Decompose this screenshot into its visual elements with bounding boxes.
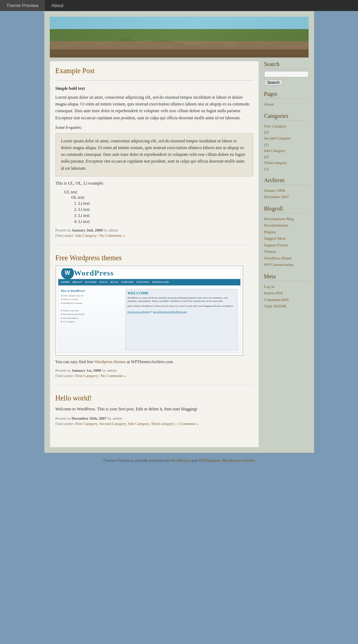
sidebar-cat-4: Third category(1) — [264, 159, 309, 172]
sidebar-archive-1[interactable]: January 2008 — [264, 187, 309, 194]
post-title-example: Example Post — [55, 67, 253, 75]
hw-cat1[interactable]: First Category — [75, 421, 98, 426]
sidebar-cat-count-2: (1) — [264, 142, 269, 147]
filed-under-example: Filed under: Sub Category | No Comments … — [55, 233, 253, 238]
hw-cat4[interactable]: Third category — [151, 421, 174, 426]
wp-content-area: How to WordPress? ▸ Why should I use it?… — [58, 286, 240, 353]
sidebar-cat-link-3[interactable]: Sub Category — [264, 147, 309, 154]
main-content: Example Post Simple bold text Lorem ipsu… — [50, 61, 259, 447]
post-title-link-wp[interactable]: Free Wordpress themes — [55, 254, 122, 262]
post-date-hw: December 26th, 2007 — [71, 416, 106, 420]
post-comments-link-wp[interactable]: No Comments » — [101, 373, 126, 378]
sidebar-blogroll-themes[interactable]: Themes — [264, 248, 309, 255]
sidebar-blogroll-title: Blogroll — [264, 206, 309, 213]
wp-nav-download: DOWNLOAD — [152, 280, 169, 284]
sidebar-cat-2: Second Category(1) — [264, 135, 309, 147]
footer: Theme Preview is proudly powered by Word… — [0, 453, 358, 468]
sidebar-blogroll-plugins[interactable]: Plugins — [264, 229, 309, 235]
wp-nav-extend: EXTEND — [85, 280, 96, 284]
wp-nav-hosting: HOSTING — [137, 280, 149, 284]
post-date-example: January 2nd, 2008 — [71, 228, 102, 232]
post-date-wp: January 1st, 2008 — [71, 368, 101, 372]
wp-body-text: WordPress is a state-of-the-art semantic… — [127, 296, 236, 304]
wp-left-col: How to WordPress? ▸ Why should I use it?… — [61, 289, 123, 350]
list-example-label: This is UL, OL, Li example: — [55, 181, 253, 186]
post-comments-link[interactable]: No Comments » — [100, 233, 125, 238]
post-title-link-hw[interactable]: Hello world! — [55, 394, 92, 402]
footer-and: and — [191, 458, 197, 463]
li-item-4: Li text — [79, 219, 253, 224]
wp-logo-circle: W — [61, 268, 74, 280]
sidebar-meta-valid[interactable]: Valid XHTML — [264, 303, 309, 310]
sidebar-blogroll-docs[interactable]: Documentation — [264, 222, 309, 229]
post-meta-wp: Posted on January 1st, 2008 by admin — [55, 368, 253, 372]
sidebar-search-title: Search — [264, 61, 309, 69]
post-category-link[interactable]: Sub Category — [75, 233, 97, 238]
search-button[interactable]: Search — [264, 79, 283, 86]
wp-free-link: get a free blog on WordPress.com — [153, 310, 187, 313]
main-wrapper: Example Post Simple bold text Lorem ipsu… — [44, 11, 314, 453]
ul-text: UL text — [64, 190, 78, 195]
post-category-link-wp[interactable]: First Category — [75, 373, 98, 378]
sidebar-blogroll-wpplanet[interactable]: WordPress Planet — [264, 255, 309, 262]
wp-nav-forums: FORUMS — [121, 280, 134, 284]
wp-nav-about: ABOUT — [73, 280, 82, 284]
sidebar-meta-title: Meta — [264, 273, 309, 281]
sidebar-categories-title: Categories — [264, 113, 309, 121]
post-title-wp: Free Wordpress themes — [55, 254, 253, 262]
post-bold-text: Simple bold text — [55, 86, 253, 91]
wp-nav-home: HOME — [61, 280, 70, 284]
post-meta-example: Posted on January 2nd, 2008 by admin — [55, 228, 253, 232]
by-label-wp: by admin — [102, 368, 117, 372]
posted-on-label: Posted on — [55, 228, 71, 232]
sidebar-pages-title: Pages — [264, 91, 309, 99]
wp-or-text: or — [150, 310, 153, 313]
post-body-example: Lorem ipsum dolor sit amet, consectetur … — [55, 94, 253, 121]
post-text-before: You can easy find free — [55, 359, 93, 364]
sidebar-blogroll-wpdesign[interactable]: WP Customization — [264, 261, 309, 268]
wp-right-col: WELCOME WordPress is a state-of-the-art … — [125, 289, 237, 350]
nav-about[interactable]: About — [45, 0, 70, 11]
footer-wp-link[interactable]: WordPress — [170, 458, 189, 463]
hw-cat3[interactable]: Sub Category — [128, 421, 149, 426]
post-example: Example Post Simple bold text Lorem ipsu… — [55, 67, 253, 245]
sidebar-blogroll-devblog[interactable]: Development Blog — [264, 215, 309, 222]
post-comments-link-hw[interactable]: 1 Comment » — [177, 421, 198, 426]
filed-under-label-hw: Filed under: — [55, 421, 74, 426]
sidebar-page-about[interactable]: About — [264, 101, 309, 108]
post-body-hw: Welcome to WordPress. This is your first… — [55, 406, 253, 413]
nav-theme-preview[interactable]: Theme Preview — [0, 0, 45, 11]
sidebar-cat-link-1[interactable]: First Category — [264, 123, 309, 130]
posted-on-label-wp: Posted on — [55, 368, 71, 372]
filed-under-label-wp: Filed under: — [55, 373, 74, 378]
hw-cat2[interactable]: Second Category — [100, 421, 126, 426]
sidebar-blogroll-section: Blogroll Development Blog Documentation … — [264, 206, 309, 268]
sidebar-cat-link-2[interactable]: Second Category — [264, 135, 309, 142]
sidebar-blogroll-support[interactable]: Support Forum — [264, 242, 309, 249]
by-label: by admin — [103, 228, 118, 232]
ol-text: OL text — [71, 195, 85, 200]
wp-screenshot: W WordPress HOME ABOUT EXTEND DOCS BLOG … — [55, 266, 243, 356]
sidebar-meta-entries[interactable]: Entries RSS — [264, 290, 309, 296]
footer-designer-link[interactable]: WPDesigner — [198, 458, 220, 463]
search-input[interactable] — [264, 71, 309, 77]
wp-themes-link[interactable]: Wordpress themes — [95, 359, 126, 364]
post-title-link-example[interactable]: Example Post — [55, 67, 95, 75]
top-nav: Theme Preview About — [0, 0, 358, 11]
sidebar-cat-link-4[interactable]: Third category — [264, 159, 309, 166]
post-hello-world: Hello world! Welcome to WordPress. This … — [55, 394, 253, 433]
wp-nav-blog: BLOG — [111, 280, 118, 284]
sidebar-meta-comments[interactable]: Comments RSS — [264, 296, 309, 303]
li-item-2: Li text — [79, 207, 253, 212]
filed-under-hw: Filed under: First Category, Second Cate… — [55, 421, 253, 426]
footer-themes-link[interactable]: Wordpress themes — [222, 458, 255, 463]
list-container: UL text OL text Li text Li text Li text … — [64, 190, 253, 224]
sidebar-blogroll-suggest[interactable]: Suggest Ideas — [264, 235, 309, 242]
by-label-hw: by admin — [108, 416, 122, 420]
blockquote-box: Lorem ipsum dolor sit amet, consectetur … — [55, 133, 253, 176]
sidebar-cat-count-4: (1) — [264, 167, 269, 171]
bquotes-label: Some b-quotes: — [55, 125, 253, 130]
sidebar-cat-3: Sub Category(2) — [264, 147, 309, 160]
sidebar-archive-2[interactable]: December 2007 — [264, 193, 309, 200]
sidebar-meta-login[interactable]: Log In — [264, 283, 309, 290]
